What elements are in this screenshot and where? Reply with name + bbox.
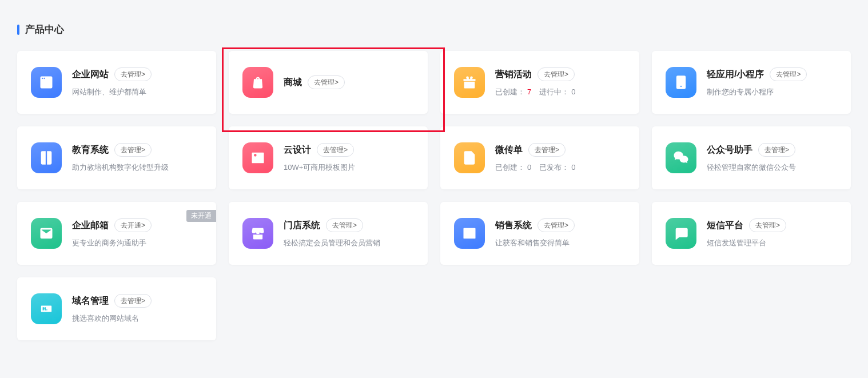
card-sales[interactable]: 销售系统去管理>让获客和销售变得简单	[440, 202, 639, 265]
manage-button-domain[interactable]: 去管理>	[114, 294, 152, 308]
card-stats-flyer: 已创建：0已发布：0	[495, 162, 626, 173]
card-title-design: 云设计	[284, 144, 311, 156]
card-title-flyer: 微传单	[495, 144, 523, 156]
arrow-annotation	[0, 340, 868, 378]
card-desc-domain: 挑选喜欢的网站域名	[72, 313, 202, 324]
card-desc-miniapp: 制作您的专属小程序	[707, 87, 837, 97]
window-icon	[31, 67, 62, 98]
card-title-sms: 短信平台	[707, 220, 743, 232]
manage-button-miniapp[interactable]: 去管理>	[770, 67, 807, 81]
card-title-edu: 教育系统	[72, 144, 109, 156]
card-title-mail: 企业邮箱	[72, 220, 109, 232]
manage-button-mail[interactable]: 去开通>	[114, 218, 152, 232]
mail-icon	[31, 218, 62, 249]
card-title-corp-site: 企业网站	[72, 69, 109, 81]
badge-mail: 未开通	[186, 210, 216, 222]
manage-button-corp-site[interactable]: 去管理>	[114, 67, 152, 81]
store-icon	[242, 218, 273, 249]
card-desc-corp-site: 网站制作、维护都简单	[72, 87, 202, 97]
bag-icon	[242, 67, 273, 98]
card-desc-store: 轻松搞定会员管理和会员营销	[284, 238, 414, 248]
card-stats-marketing: 已创建：7进行中：0	[495, 87, 626, 97]
card-title-sales: 销售系统	[495, 220, 532, 232]
phone-icon	[666, 67, 696, 98]
card-desc-design: 10W+可商用模板图片	[284, 162, 414, 173]
card-desc-wechat: 轻松管理自家的微信公众号	[707, 162, 837, 173]
card-mall[interactable]: 商城去管理>	[229, 51, 428, 114]
manage-button-sales[interactable]: 去管理>	[537, 218, 575, 232]
card-miniapp[interactable]: 轻应用/小程序去管理>制作您的专属小程序	[652, 51, 851, 114]
product-grid: 企业网站去管理>网站制作、维护都简单商城去管理>营销活动去管理>已创建：7进行中…	[17, 51, 851, 340]
card-design[interactable]: 云设计去管理>10W+可商用模板图片	[229, 126, 428, 189]
card-title-marketing: 营销活动	[495, 69, 532, 81]
card-flyer[interactable]: 微传单去管理>已创建：0已发布：0	[440, 126, 639, 189]
card-marketing[interactable]: 营销活动去管理>已创建：7进行中：0	[440, 51, 639, 114]
card-mail[interactable]: 未开通企业邮箱去开通>更专业的商务沟通助手	[17, 202, 216, 265]
manage-button-wechat[interactable]: 去管理>	[758, 143, 795, 157]
card-wechat[interactable]: 公众号助手去管理>轻松管理自家的微信公众号	[652, 126, 851, 189]
chat-icon	[666, 218, 696, 249]
card-edu[interactable]: 教育系统去管理>助力教培机构数字化转型升级	[17, 126, 216, 189]
section-title: 产品中心	[17, 23, 851, 36]
card-title-mall: 商城	[284, 77, 302, 89]
card-sms[interactable]: 短信平台去管理>短信发送管理平台	[652, 202, 851, 265]
card-store[interactable]: 门店系统去管理>轻松搞定会员管理和会员营销	[229, 202, 428, 265]
card-corp-site[interactable]: 企业网站去管理>网站制作、维护都简单	[17, 51, 216, 114]
card-desc-sales: 让获客和销售变得简单	[495, 238, 626, 248]
card-desc-sms: 短信发送管理平台	[707, 238, 837, 248]
wechat-icon	[666, 142, 696, 173]
book-icon	[31, 142, 62, 173]
card-title-domain: 域名管理	[72, 295, 109, 307]
section-title-text: 产品中心	[25, 23, 64, 36]
card-domain[interactable]: 域名管理去管理>挑选喜欢的网站域名	[17, 277, 216, 340]
manage-button-sms[interactable]: 去管理>	[749, 218, 786, 232]
image-icon	[242, 142, 273, 173]
manage-button-edu[interactable]: 去管理>	[114, 143, 152, 157]
page-icon	[454, 142, 485, 173]
list-icon	[454, 218, 485, 249]
manage-button-mall[interactable]: 去管理>	[308, 75, 345, 89]
card-title-store: 门店系统	[284, 220, 320, 232]
title-accent-bar	[17, 25, 19, 35]
gift-icon	[454, 67, 485, 98]
card-desc-mail: 更专业的商务沟通助手	[72, 238, 202, 248]
card-title-wechat: 公众号助手	[707, 144, 752, 156]
manage-button-flyer[interactable]: 去管理>	[528, 143, 566, 157]
card-desc-edu: 助力教培机构数字化转型升级	[72, 162, 202, 173]
manage-button-design[interactable]: 去管理>	[317, 143, 354, 157]
card-title-miniapp: 轻应用/小程序	[707, 69, 764, 81]
domain-icon	[31, 293, 62, 324]
manage-button-store[interactable]: 去管理>	[326, 218, 363, 232]
manage-button-marketing[interactable]: 去管理>	[537, 67, 575, 81]
